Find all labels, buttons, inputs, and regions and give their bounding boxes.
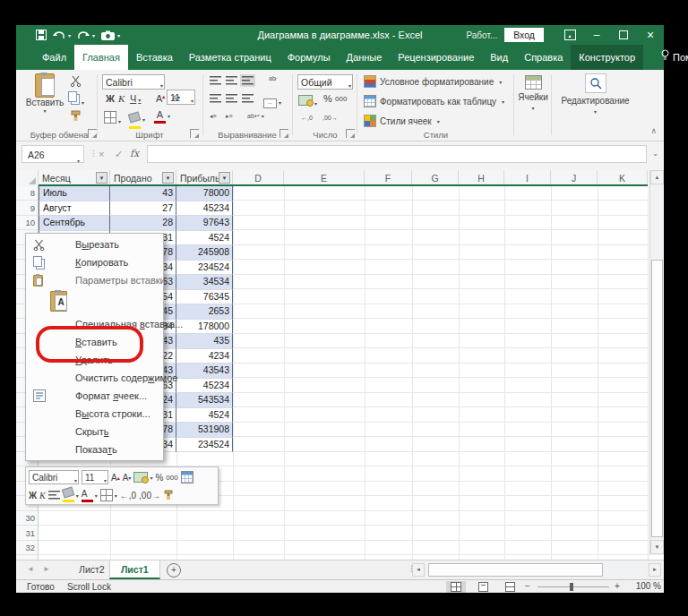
cell-month[interactable]: Сентябрь <box>39 216 110 231</box>
mini-comma-button[interactable]: 000 <box>166 474 177 482</box>
cell-profit[interactable]: 45234 <box>176 201 233 217</box>
horizontal-scrollbar-thumb[interactable] <box>428 563 603 577</box>
menu-item-copy[interactable]: Копировать <box>26 253 161 271</box>
font-size-combo[interactable]: 11▾ <box>167 90 195 105</box>
filter-icon[interactable]: ▼ <box>219 172 230 184</box>
cell-profit[interactable]: 45234 <box>176 379 233 394</box>
decrease-indent-icon[interactable]: ◂≡ <box>210 113 217 120</box>
mini-font-color-button[interactable]: А <box>82 489 98 502</box>
normal-view-button[interactable] <box>446 581 466 593</box>
name-box[interactable]: A26▾ <box>22 145 84 163</box>
assistant-button[interactable]: Помощн <box>652 45 688 70</box>
row-header[interactable]: 31 <box>16 526 35 542</box>
font-color-button[interactable]: А <box>154 109 170 124</box>
cell-profit[interactable]: 4524 <box>176 408 233 424</box>
row-header[interactable]: 32 <box>16 541 35 556</box>
scroll-up-icon[interactable]: ▲ <box>650 170 664 184</box>
mini-italic-button[interactable]: К <box>39 491 46 500</box>
cell-profit[interactable]: 43543 <box>176 364 233 379</box>
account-label[interactable]: Работ... <box>466 30 497 40</box>
mini-shrink-font-button[interactable]: А <box>123 473 132 483</box>
menu-item-clear-contents[interactable]: Очистить содержимое <box>26 369 161 387</box>
sheet-next-icon[interactable]: ► <box>43 565 50 573</box>
cell-profit[interactable]: 435 <box>176 334 233 349</box>
tab-home[interactable]: Главная <box>74 45 128 70</box>
underline-button[interactable]: Ч <box>130 93 141 104</box>
comma-style-button[interactable]: 000 <box>335 95 347 103</box>
row-header[interactable]: 9 <box>16 201 35 217</box>
cell-profit[interactable]: 4524 <box>176 231 233 246</box>
menu-item-row-height[interactable]: Высота строки... <box>26 405 161 423</box>
mini-font-name-combo[interactable]: Calibri▾ <box>29 470 79 484</box>
cell-month[interactable]: Август <box>39 201 110 217</box>
paste-button[interactable]: Вставить ▾ <box>25 73 64 129</box>
borders-button[interactable] <box>104 111 121 127</box>
tab-view[interactable]: Вид <box>482 45 516 70</box>
orientation-icon[interactable]: ab̷ <box>269 75 276 81</box>
cut-button[interactable] <box>70 75 82 87</box>
expand-formula-bar-icon[interactable]: ⌄ <box>652 150 658 158</box>
format-painter-button[interactable] <box>70 109 82 125</box>
align-right-icon[interactable] <box>242 94 254 103</box>
maximize-button[interactable] <box>610 25 637 45</box>
minimize-button[interactable]: – <box>583 25 610 45</box>
ribbon-display-options-button[interactable]: ▴ <box>556 25 583 45</box>
cell-profit[interactable]: 34534 <box>176 275 233 290</box>
align-top-icon[interactable] <box>210 76 221 85</box>
tab-formulas[interactable]: Формулы <box>280 45 339 70</box>
enter-icon[interactable]: ✓ <box>115 145 123 163</box>
cells-button[interactable]: Ячейки ▾ <box>515 75 551 111</box>
number-format-combo[interactable]: Общий▾ <box>297 74 353 90</box>
align-bottom-icon[interactable] <box>242 76 254 85</box>
tab-data[interactable]: Данные <box>339 45 391 70</box>
fill-color-button[interactable] <box>129 109 145 129</box>
conditional-formatting-button[interactable]: Условное форматирование <box>364 75 502 88</box>
align-left-icon[interactable] <box>210 94 221 103</box>
hscroll-right-icon[interactable]: ► <box>649 563 661 577</box>
align-middle-icon[interactable] <box>226 76 237 85</box>
cell-profit[interactable]: 78000 <box>176 186 233 201</box>
sheet-prev-icon[interactable]: ◄ <box>27 565 34 573</box>
cell-profit[interactable]: 245908 <box>176 245 233 261</box>
hscroll-left-icon[interactable]: ◄ <box>412 563 425 577</box>
cell-sold[interactable]: 43 <box>110 186 176 201</box>
tab-design[interactable]: Конструктор <box>571 45 643 70</box>
cell-profit[interactable]: 76345 <box>176 290 233 305</box>
menu-item-hide[interactable]: Скрыть <box>26 423 161 441</box>
tab-page-layout[interactable]: Разметка страниц <box>181 45 280 70</box>
mini-increase-decimal-icon[interactable]: ←,0 <box>120 491 136 500</box>
wrap-text-icon[interactable]: ab↩ <box>247 113 264 120</box>
mini-format-table-button[interactable] <box>181 471 194 483</box>
align-center-icon[interactable] <box>226 94 237 103</box>
cell-profit[interactable]: 178000 <box>176 320 233 335</box>
font-name-combo[interactable]: Calibri▾ <box>102 74 165 90</box>
alignment-dialog-launcher-icon[interactable] <box>280 129 288 138</box>
copy-button[interactable] <box>68 91 84 108</box>
mini-fill-color-button[interactable] <box>63 488 79 502</box>
grow-font-button[interactable]: А <box>156 93 165 104</box>
menu-item-cut[interactable]: Вырезать <box>26 235 161 253</box>
cell-sold[interactable]: 28 <box>110 216 176 231</box>
mini-borders-button[interactable] <box>100 489 117 501</box>
mini-accounting-button[interactable] <box>133 472 152 483</box>
scroll-down-icon[interactable]: ▼ <box>650 540 664 554</box>
menu-item-paste-keep-text[interactable]: A <box>26 289 161 315</box>
clipboard-dialog-launcher-icon[interactable] <box>88 129 97 138</box>
cell-profit[interactable]: 2653 <box>176 304 233 320</box>
insert-function-icon[interactable]: fx <box>130 145 139 163</box>
page-break-view-button[interactable] <box>500 581 520 593</box>
merge-center-button[interactable]: ⇔ <box>263 92 281 108</box>
percent-style-button[interactable]: % <box>323 93 332 104</box>
formula-input[interactable] <box>147 145 647 163</box>
mini-bold-button[interactable]: Ж <box>29 491 37 500</box>
add-sheet-icon[interactable]: + <box>167 563 181 578</box>
mini-decrease-decimal-icon[interactable]: ,00→ <box>139 491 160 500</box>
zoom-level[interactable]: 100 % <box>631 581 661 591</box>
mini-format-painter-button[interactable] <box>163 490 174 500</box>
row-header[interactable]: 30 <box>16 511 35 526</box>
font-dialog-launcher-icon[interactable] <box>190 129 199 138</box>
editing-button[interactable]: Редактирование ▾ <box>553 73 638 115</box>
cell-month[interactable]: Июль <box>39 186 110 201</box>
bold-button[interactable]: Ж <box>106 93 115 104</box>
cell-sold[interactable]: 27 <box>110 201 176 217</box>
